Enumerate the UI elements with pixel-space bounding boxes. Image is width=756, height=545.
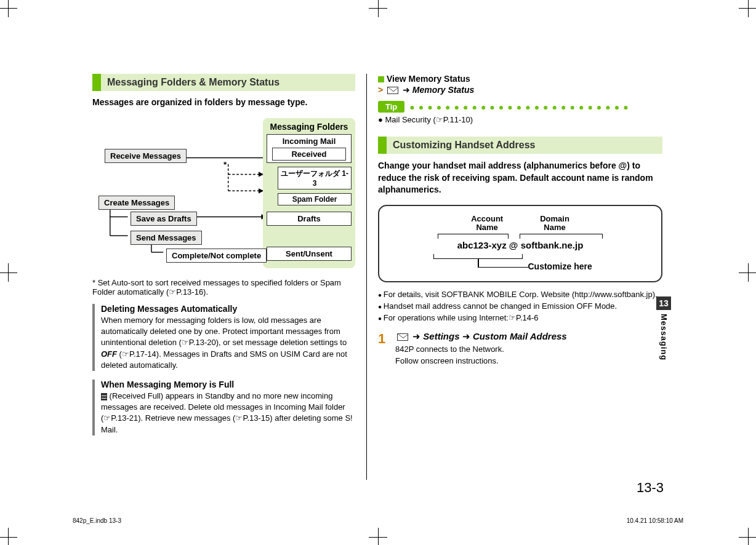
under-line xyxy=(478,259,479,268)
bullet-square-icon xyxy=(378,76,384,82)
tag-complete: Complete/Not complete xyxy=(166,249,267,263)
section-title: Messaging Folders & Memory Status xyxy=(101,74,355,91)
chapter-number: 13 xyxy=(656,296,671,310)
crop-mark xyxy=(0,0,17,17)
right-column: View Memory Status > ➜ Memory Status Tip… xyxy=(367,74,662,480)
email-example: abc123-xyz @ softbank.ne.jp xyxy=(385,240,655,250)
step-path: ➜ Settings ➜ Custom Mail Address xyxy=(395,331,662,342)
folder-incoming-label: Incoming Mail xyxy=(283,137,336,146)
footnote: * Set Auto-sort to sort received message… xyxy=(92,278,355,296)
notes-list: For details, visit SOFTBANK MOBILE Corp.… xyxy=(378,290,662,322)
folder-incoming: Incoming Mail Received xyxy=(267,134,352,163)
crop-mark xyxy=(0,528,17,545)
tip-item: Mail Security (☞P.11-10) xyxy=(378,115,662,124)
arrow-icon: ➜ xyxy=(462,331,470,341)
chevron-icon: > xyxy=(378,85,383,95)
tag-receive: Receive Messages xyxy=(105,149,187,163)
tag-send: Send Messages xyxy=(131,231,202,245)
crop-mark xyxy=(739,263,756,282)
crop-mark xyxy=(369,528,387,545)
note-item: Handset mail address cannot be changed i… xyxy=(378,301,662,311)
received-full-icon xyxy=(101,393,107,400)
folders-panel: Messaging Folders Incoming Mail Received… xyxy=(263,118,355,268)
folder-received: Received xyxy=(272,148,346,161)
folder-drafts: Drafts xyxy=(267,212,352,226)
tag-save-drafts: Save as Drafts xyxy=(131,212,197,226)
note-item: For operations while using Internet:☞P.1… xyxy=(378,313,662,322)
section-title-2: Customizing Handset Address xyxy=(387,137,662,154)
folder-user: ユーザーフォルダ 1-3 xyxy=(278,167,352,189)
account-name-label: Account Name xyxy=(471,215,503,233)
intro-text: Messages are organized in folders by mes… xyxy=(92,97,355,107)
svg-text:*: * xyxy=(223,160,227,169)
tip-row: Tip ●●●●●●●●●●●●●●●●●●●●●●●●● xyxy=(378,101,662,113)
sub-deleting: Deleting Messages Automatically When mem… xyxy=(92,304,355,371)
folder-sent: Sent/Unsent xyxy=(267,247,352,261)
step-sub: Follow onscreen instructions. xyxy=(395,356,662,365)
folders-diagram: * Messaging Folders Incoming Mail Receiv… xyxy=(92,118,355,272)
view-memory-heading: View Memory Status xyxy=(378,74,662,84)
section-header-2: Customizing Handset Address xyxy=(378,137,662,154)
under-connector xyxy=(479,267,528,271)
sub-deleting-title: Deleting Messages Automatically xyxy=(101,304,355,314)
tip-badge: Tip xyxy=(378,101,404,113)
page-number: 13-3 xyxy=(637,480,664,496)
footer-right: 10.4.21 10:58:10 AM xyxy=(627,517,683,524)
tag-create: Create Messages xyxy=(99,196,175,210)
memory-status-path: > ➜ Memory Status xyxy=(378,85,662,95)
customize-here-label: Customize here xyxy=(528,261,592,271)
folder-spam: Spam Folder xyxy=(278,193,352,205)
sub-memory-full-body: (Received Full) appears in Standby and n… xyxy=(101,391,355,436)
footer-left: 842p_E.indb 13-3 xyxy=(73,517,121,524)
arrow-icon: ➜ xyxy=(403,85,410,95)
note-item: For details, visit SOFTBANK MOBILE Corp.… xyxy=(378,290,662,299)
step-number: 1 xyxy=(378,331,395,347)
under-bracket xyxy=(433,254,523,259)
bracket-account xyxy=(438,234,509,239)
left-column: Messaging Folders & Memory Status Messag… xyxy=(92,74,366,480)
bracket-domain xyxy=(520,234,603,239)
domain-name-label: Domain Name xyxy=(540,215,569,233)
crop-mark xyxy=(369,0,387,17)
side-tab: 13 Messaging xyxy=(656,296,671,360)
crop-mark xyxy=(739,0,756,17)
step-1: 1 ➜ Settings ➜ Custom Mail Address 842P … xyxy=(378,331,662,365)
customize-desc: Change your handset mail address (alphan… xyxy=(378,160,662,196)
section-header: Messaging Folders & Memory Status xyxy=(92,74,355,91)
crop-mark xyxy=(0,263,17,282)
chapter-label: Messaging xyxy=(659,314,669,360)
tip-dots: ●●●●●●●●●●●●●●●●●●●●●●●●● xyxy=(409,102,662,112)
mail-icon xyxy=(387,87,398,94)
section-accent xyxy=(92,74,101,91)
arrow-icon: ➜ xyxy=(412,331,420,341)
sub-memory-full: When Messaging Memory is Full (Received … xyxy=(92,380,355,436)
folders-panel-title: Messaging Folders xyxy=(267,122,352,132)
email-example-box: Account Name Domain Name abc123-xyz @ so… xyxy=(378,205,662,283)
crop-mark xyxy=(739,528,756,545)
sub-deleting-body: When memory for messaging folders is low… xyxy=(101,315,355,371)
mail-icon xyxy=(397,333,408,341)
section-accent xyxy=(378,137,387,154)
sub-memory-full-title: When Messaging Memory is Full xyxy=(101,380,355,389)
step-sub: 842P connects to the Network. xyxy=(395,344,662,354)
